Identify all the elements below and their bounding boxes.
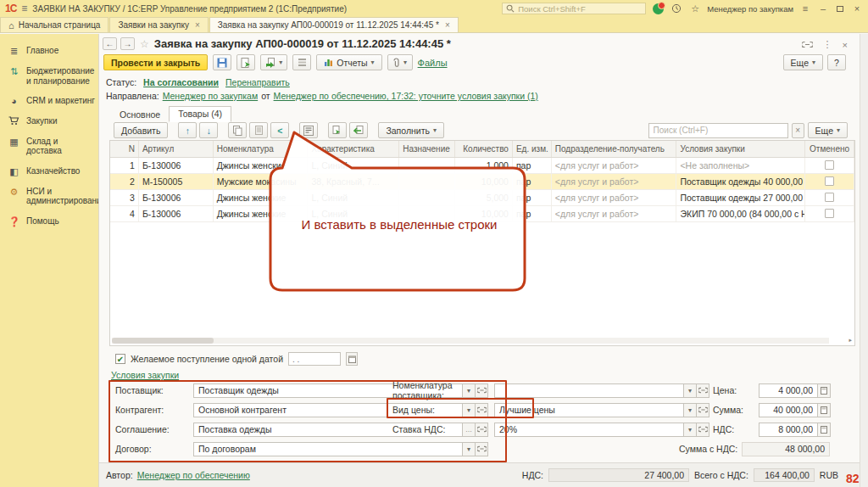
files-link[interactable]: Файлы — [418, 58, 448, 68]
open-link-icon[interactable] — [697, 403, 709, 417]
maximize-button[interactable] — [834, 3, 846, 14]
more-button[interactable]: Еще▾ — [783, 54, 823, 70]
scrollbar-thumb[interactable] — [112, 338, 214, 344]
open-link-icon[interactable] — [697, 383, 709, 398]
footer-total-label: Всего с НДС: — [694, 470, 748, 480]
minimize-button[interactable]: – — [817, 3, 829, 14]
global-search-input[interactable] — [518, 4, 628, 14]
routed-from-link[interactable]: Менеджер по обеспечению, 17:32: уточните… — [274, 91, 538, 101]
close-form-icon[interactable]: × — [843, 40, 848, 50]
cancelled-checkbox[interactable] — [825, 176, 834, 186]
dropdown-icon[interactable]: ▾ — [684, 403, 697, 417]
price-kind-label: Вид цены: — [392, 405, 494, 415]
copy-icon — [233, 126, 242, 136]
close-tab-icon[interactable]: × — [445, 20, 450, 30]
attachments-button[interactable]: ▾ — [387, 54, 413, 70]
vat-input[interactable] — [759, 423, 818, 437]
floppy-icon — [217, 58, 227, 68]
amount-input[interactable] — [759, 403, 818, 417]
supplier-nomenclature-input[interactable] — [494, 383, 684, 398]
sidebar-item-treasury[interactable]: ◧ Казначейство — [0, 161, 98, 182]
footer-vat-label: НДС: — [522, 470, 543, 480]
current-user[interactable]: Менеджер по закупкам — [707, 4, 793, 14]
move-up-button[interactable]: ↑ — [178, 122, 197, 138]
sidebar-item-crm[interactable]: ◕ CRM и маркетинг — [0, 91, 98, 111]
callout-text: И вставить в выделенные строки — [272, 217, 526, 232]
open-link-icon[interactable] — [697, 423, 709, 437]
slide-number: 82 — [846, 472, 860, 485]
sidebar-item-nsi-admin[interactable]: ⚙ НСИ и администрирование — [0, 182, 98, 211]
calculator-icon[interactable] — [818, 403, 831, 417]
dropdown-icon[interactable]: ▾ — [684, 423, 697, 437]
author-link[interactable]: Менеджер по обеспечению — [137, 470, 250, 480]
reports-button[interactable]: Отчеты▾ — [316, 54, 381, 70]
help-button[interactable]: ? — [827, 54, 846, 70]
kebab-menu-icon[interactable]: ⋮ — [823, 39, 832, 50]
table-search-input[interactable] — [648, 123, 788, 138]
document-title: Заявка на закупку АП00-000019 от 11.12.2… — [154, 37, 451, 50]
desired-date-input[interactable] — [288, 352, 341, 366]
clear-search-icon[interactable]: × — [792, 123, 804, 138]
price-input[interactable] — [759, 383, 818, 398]
desired-date-checkbox[interactable]: ✔ — [115, 354, 125, 364]
get-link-icon[interactable] — [802, 41, 813, 48]
dropdown-icon[interactable]: ▾ — [463, 442, 476, 456]
redirect-link[interactable]: Перенаправить — [225, 77, 290, 87]
price-kind-input[interactable] — [494, 403, 684, 417]
contract-input[interactable] — [193, 442, 463, 456]
forward-button[interactable]: → — [120, 37, 135, 50]
table-more-button[interactable]: Еще▾ — [808, 122, 848, 138]
open-link-icon[interactable] — [476, 442, 488, 456]
global-search[interactable] — [502, 3, 646, 14]
add-row-button[interactable]: Добавить — [114, 122, 168, 138]
status-label: Статус: — [106, 77, 136, 87]
vat-rate-input[interactable] — [494, 423, 684, 437]
move-down-button[interactable]: ↓ — [199, 122, 218, 138]
horizontal-scrollbar[interactable] — [112, 338, 829, 344]
post-document-button[interactable] — [236, 54, 255, 70]
sidebar-item-warehouse[interactable]: ▦ Склад и доставка — [0, 132, 98, 161]
agreement-label: Соглашение: — [115, 424, 193, 434]
tab-requests-list[interactable]: Заявки на закупку × — [109, 17, 208, 32]
favorite-star-icon[interactable]: ☆ — [140, 38, 149, 50]
status-link[interactable]: На согласовании — [143, 77, 219, 87]
cancelled-checkbox[interactable] — [825, 209, 834, 218]
routed-label: Направлена: — [106, 91, 159, 101]
close-window-button[interactable]: × — [851, 3, 863, 14]
scroll-arrow-icon[interactable]: ▸ — [849, 337, 852, 344]
tab-request-document[interactable]: Заявка на закупку АП00-000019 от 11.12.2… — [209, 17, 459, 32]
notifications-icon[interactable] — [651, 3, 665, 14]
report-icon — [324, 58, 333, 67]
cancelled-checkbox[interactable] — [825, 160, 834, 170]
calendar-icon[interactable] — [346, 352, 358, 366]
close-tab-icon[interactable]: × — [195, 20, 200, 30]
sidebar-item-main[interactable]: ≣ Главное — [0, 41, 98, 61]
history-icon[interactable] — [670, 3, 683, 14]
delete-row-button[interactable] — [249, 122, 268, 138]
purchase-conditions-link[interactable]: Условия закупки — [111, 370, 179, 380]
vat-rate-label: Ставка НДС: — [392, 424, 494, 434]
copy-row-button[interactable] — [228, 122, 247, 138]
calculator-icon[interactable] — [818, 383, 831, 398]
sidebar-item-budgeting[interactable]: ⇅ Бюджетирование и планирование — [0, 61, 98, 91]
save-button[interactable] — [213, 54, 231, 70]
sidebar-item-purchases[interactable]: Закупки — [0, 111, 98, 132]
structure-button[interactable] — [292, 54, 311, 70]
post-and-close-button[interactable]: Провести и закрыть — [103, 54, 208, 70]
tab-home[interactable]: ⌂ Начальная страница — [0, 17, 108, 32]
sidebar-item-help[interactable]: ❓ Помощь — [0, 211, 98, 232]
service-menu-icon[interactable]: ≡ — [798, 3, 812, 14]
post-icon — [241, 58, 251, 68]
back-button[interactable]: ← — [103, 37, 117, 50]
favorites-icon[interactable]: ☆ — [688, 3, 702, 14]
cancelled-checkbox[interactable] — [825, 193, 834, 202]
main-menu-icon[interactable]: ≡ — [21, 3, 27, 14]
paperclip-icon — [392, 58, 400, 68]
tab-general[interactable]: Основное — [111, 108, 169, 122]
calculator-icon[interactable] — [818, 423, 831, 437]
create-based-on-button[interactable]: ▾ — [260, 54, 287, 70]
tab-goods[interactable]: Товары (4) — [169, 106, 231, 122]
routed-to-link[interactable]: Менеджер по закупкам — [163, 91, 259, 101]
dropdown-icon[interactable]: ▾ — [684, 383, 697, 398]
right-gutter — [860, 34, 868, 487]
